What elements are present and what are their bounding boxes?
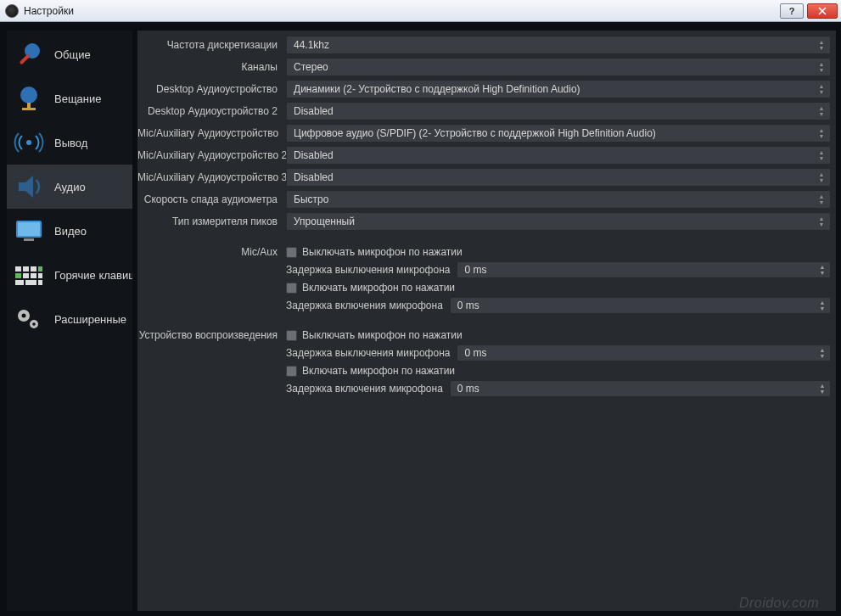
svg-rect-18 (25, 280, 36, 285)
monitor-icon (12, 214, 46, 248)
mic-audio-1-select[interactable]: Цифровое аудио (S/PDIF) (2- Устройство с… (286, 124, 831, 143)
mic-audio-1-label: Mic/Auxiliary Аудиоустройство (137, 127, 286, 139)
svg-rect-7 (18, 222, 40, 236)
svg-rect-11 (31, 266, 36, 272)
gears-icon (12, 302, 46, 336)
titlebar: Настройки ? (0, 0, 841, 22)
sidebar-item-label: Общие (54, 48, 91, 61)
desktop-audio-1-label: Desktop Аудиоустройство (137, 83, 286, 95)
spinner-arrows-icon: ▲▼ (816, 381, 828, 396)
chevron-updown-icon: ▲▼ (815, 103, 828, 120)
settings-panel: Частота дискретизации 44.1khz▲▼ Каналы С… (137, 31, 836, 611)
sidebar: Общие Вещание Вывод Аудио (7, 31, 132, 611)
sidebar-item-video[interactable]: Видео (7, 209, 132, 253)
sidebar-item-label: Горячие клавиши (54, 269, 132, 282)
micaux-ptm-delay-label: Задержка выключения микрофона (286, 264, 451, 276)
playback-ptm-delay-label: Задержка выключения микрофона (286, 347, 451, 359)
chevron-updown-icon: ▲▼ (815, 59, 828, 76)
sidebar-item-output[interactable]: Вывод (7, 120, 132, 165)
svg-rect-4 (22, 108, 36, 110)
chevron-updown-icon: ▲▼ (815, 169, 828, 186)
globe-icon (12, 81, 46, 115)
peak-meter-select[interactable]: Упрощенный▲▼ (286, 212, 831, 231)
window-title: Настройки (24, 5, 777, 17)
svg-rect-16 (38, 273, 42, 278)
svg-point-23 (32, 322, 36, 326)
chevron-updown-icon: ▲▼ (815, 36, 828, 53)
close-icon (818, 7, 827, 15)
channels-label: Каналы (137, 61, 286, 73)
svg-point-2 (20, 87, 37, 104)
mic-audio-2-label: Mic/Auxiliary Аудиоустройство 2 (137, 149, 286, 161)
svg-rect-13 (15, 273, 21, 278)
channels-select[interactable]: Стерео▲▼ (286, 58, 831, 76)
spinner-arrows-icon: ▲▼ (816, 262, 828, 277)
svg-rect-9 (15, 266, 21, 272)
micaux-ptt-checkbox[interactable] (286, 283, 297, 294)
svg-rect-17 (15, 280, 24, 285)
desktop-audio-1-select[interactable]: Динамики (2- Устройство с поддержкой Hig… (286, 80, 831, 98)
desktop-audio-2-select[interactable]: Disabled▲▼ (286, 102, 831, 120)
playback-ptm-checkbox[interactable] (286, 330, 297, 341)
playback-ptt-label: Включать микрофон по нажатии (302, 365, 455, 377)
sidebar-item-audio[interactable]: Аудио (7, 165, 132, 209)
sidebar-item-label: Расширенные (54, 313, 126, 326)
sample-rate-select[interactable]: 44.1khz▲▼ (286, 36, 831, 54)
playback-ptm-label: Выключать микрофон по нажатии (302, 329, 463, 341)
playback-ptt-delay-label: Задержка включения микрофона (286, 383, 445, 395)
svg-rect-10 (23, 266, 29, 272)
meter-decay-select[interactable]: Быстро▲▼ (286, 190, 831, 209)
svg-rect-19 (38, 280, 42, 285)
playback-ptt-delay-input[interactable]: 0 ms▲▼ (450, 380, 831, 397)
help-button[interactable]: ? (780, 3, 804, 19)
meter-decay-label: Cкорость спада аудиометра (137, 193, 286, 205)
broadcast-icon (12, 126, 46, 160)
spinner-arrows-icon: ▲▼ (816, 298, 828, 313)
micaux-ptt-delay-input[interactable]: 0 ms▲▼ (450, 297, 831, 314)
svg-rect-12 (38, 266, 42, 272)
sidebar-item-label: Вещание (54, 92, 102, 105)
close-button[interactable] (807, 3, 838, 19)
sidebar-item-label: Аудио (54, 181, 86, 193)
speaker-icon (12, 170, 46, 204)
chevron-updown-icon: ▲▼ (815, 125, 828, 142)
svg-rect-14 (23, 273, 29, 278)
chevron-updown-icon: ▲▼ (815, 213, 828, 230)
playback-ptt-checkbox[interactable] (286, 366, 297, 377)
svg-rect-1 (20, 54, 31, 65)
peak-meter-label: Тип измерителя пиков (137, 216, 286, 227)
sidebar-item-hotkeys[interactable]: Горячие клавиши (7, 253, 132, 297)
mic-audio-3-select[interactable]: Disabled▲▼ (286, 168, 831, 187)
playback-section-label: Устройство воспроизведения (137, 328, 286, 397)
app-icon (5, 4, 19, 18)
desktop-audio-2-label: Desktop Аудиоустройство 2 (137, 105, 286, 117)
mic-audio-2-select[interactable]: Disabled▲▼ (286, 146, 831, 165)
micaux-ptm-label: Выключать микрофон по нажатии (302, 246, 463, 258)
spinner-arrows-icon: ▲▼ (816, 345, 828, 361)
mic-audio-3-label: Mic/Auxiliary Аудиоустройство 3 (137, 171, 286, 183)
sidebar-item-label: Видео (54, 225, 87, 238)
watermark: Droidov.com (739, 596, 819, 611)
micaux-ptt-delay-label: Задержка включения микрофона (286, 300, 445, 311)
micaux-section-label: Mic/Aux (137, 244, 286, 314)
keyboard-icon (12, 258, 46, 292)
micaux-ptm-checkbox[interactable] (286, 247, 297, 258)
wrench-icon (12, 37, 46, 71)
svg-rect-8 (24, 238, 34, 241)
chevron-updown-icon: ▲▼ (815, 81, 828, 98)
svg-point-5 (26, 140, 31, 145)
playback-ptm-delay-input[interactable]: 0 ms▲▼ (457, 344, 831, 361)
svg-point-22 (22, 314, 26, 318)
svg-rect-15 (31, 273, 36, 278)
chevron-updown-icon: ▲▼ (815, 191, 828, 208)
micaux-ptm-delay-input[interactable]: 0 ms▲▼ (457, 261, 831, 278)
sidebar-item-advanced[interactable]: Расширенные (7, 297, 132, 341)
chevron-updown-icon: ▲▼ (815, 147, 828, 164)
sidebar-item-stream[interactable]: Вещание (7, 76, 132, 120)
sidebar-item-general[interactable]: Общие (7, 32, 132, 76)
micaux-ptt-label: Включать микрофон по нажатии (302, 282, 455, 294)
svg-rect-3 (27, 103, 31, 108)
sidebar-item-label: Вывод (54, 137, 87, 149)
sample-rate-label: Частота дискретизации (137, 39, 286, 51)
